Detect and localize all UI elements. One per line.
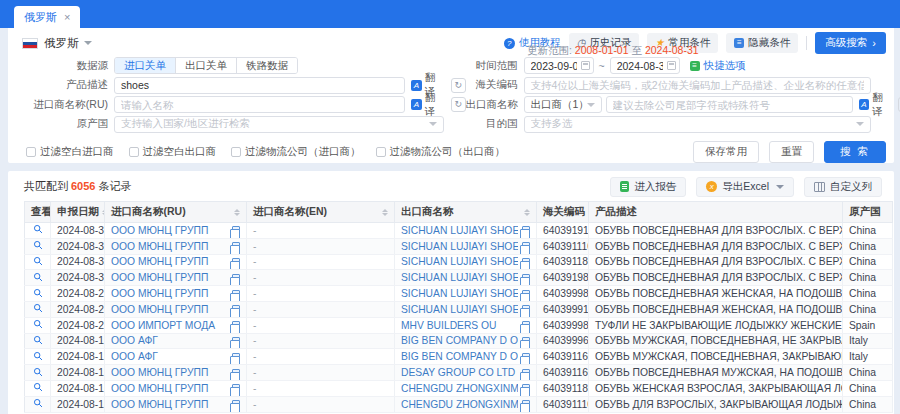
history-icon[interactable] <box>451 97 466 112</box>
view-row-button[interactable] <box>33 319 43 329</box>
hide-conditions-button[interactable]: 隐藏条件 <box>726 33 798 53</box>
view-row-button[interactable] <box>33 240 43 250</box>
translate-icon[interactable] <box>232 274 240 282</box>
exporter-link[interactable]: CHENGDU ZHONGXINMIAO TRADING C <box>401 383 518 394</box>
translate-icon[interactable] <box>522 337 530 345</box>
advanced-search-button[interactable]: 高级搜索 <box>815 32 886 54</box>
translate-icon[interactable] <box>232 226 240 234</box>
search-button[interactable]: 搜 索 <box>824 141 886 163</box>
date-start-field[interactable] <box>524 57 594 74</box>
col-declare-date[interactable]: 申报日期 <box>51 202 105 223</box>
origin-country-select[interactable]: 支持输入国家/地区进行检索 <box>114 116 444 133</box>
translate-icon[interactable] <box>232 400 240 408</box>
date-end-field[interactable] <box>610 57 680 74</box>
history-icon[interactable] <box>451 78 466 93</box>
translate-icon[interactable] <box>232 337 240 345</box>
view-row-button[interactable] <box>33 335 43 345</box>
importer-ru-link[interactable]: ООО МЮНЦ ГРУПП <box>111 241 228 252</box>
filter-logistics-exporter-checkbox[interactable]: 过滤物流公司（出口商） <box>376 145 506 159</box>
col-importer-ru[interactable]: 进口商名称(RU) <box>105 202 247 223</box>
view-row-button[interactable] <box>33 351 43 361</box>
translate-icon[interactable] <box>522 305 530 313</box>
sort-icon[interactable] <box>382 209 388 216</box>
translate-icon[interactable] <box>232 305 240 313</box>
exporter-link[interactable]: SICHUAN LUJIAYI SHOES CO LTD <box>401 241 518 252</box>
view-row-button[interactable] <box>33 367 43 377</box>
view-row-button[interactable] <box>33 272 43 282</box>
translate-icon[interactable] <box>522 242 530 250</box>
translate-icon[interactable] <box>522 353 530 361</box>
sort-icon[interactable] <box>234 209 240 216</box>
exporter-link[interactable]: BIG BEN COMPANY D O O FROM BEST T <box>401 351 518 362</box>
importer-ru-link[interactable]: ООО ИМПОРТ МОДА <box>111 320 228 331</box>
importer-ru-link[interactable]: ООО АФГ <box>111 351 228 362</box>
importer-ru-link[interactable]: ООО МЮНЦ ГРУПП <box>111 288 228 299</box>
tab-russia[interactable]: 俄罗斯 × <box>14 6 80 28</box>
importer-input[interactable] <box>114 96 405 113</box>
importer-ru-link[interactable]: ООО АФГ <box>111 335 228 346</box>
view-row-button[interactable] <box>33 224 43 234</box>
sort-icon[interactable] <box>524 209 530 216</box>
importer-ru-link[interactable]: ООО МЮНЦ ГРУПП <box>111 383 228 394</box>
view-row-button[interactable] <box>33 256 43 266</box>
translate-icon[interactable] <box>522 384 530 392</box>
exporter-input[interactable] <box>606 96 853 113</box>
translate-icon[interactable] <box>522 226 530 234</box>
view-row-button[interactable] <box>33 288 43 298</box>
importer-ru-link[interactable]: ООО МЮНЦ ГРУПП <box>111 399 228 410</box>
customize-columns-button[interactable]: 自定义列 <box>804 177 882 197</box>
exporter-link[interactable]: CHENGDU ZHONGXINMIAO TRADING C <box>401 399 518 410</box>
export-excel-button[interactable]: 导出Excel <box>696 177 794 197</box>
translate-icon[interactable] <box>522 274 530 282</box>
col-importer-en[interactable]: 进口商名称(EN) <box>247 202 395 223</box>
translate-icon[interactable] <box>522 400 530 408</box>
filter-blank-exporter-checkbox[interactable]: 过滤空白出口商 <box>129 145 217 159</box>
exporter-link[interactable]: MHV BUILDERS OU <box>401 320 518 331</box>
translate-icon[interactable] <box>232 384 240 392</box>
translate-icon[interactable] <box>232 321 240 329</box>
translate-icon[interactable] <box>232 242 240 250</box>
translate-icon[interactable] <box>522 258 530 266</box>
importer-ru-link[interactable]: ООО МЮНЦ ГРУПП <box>111 272 228 283</box>
translate-icon[interactable] <box>232 353 240 361</box>
enter-report-button[interactable]: 进入报告 <box>610 177 686 197</box>
exporter-link[interactable]: SICHUAN LUJIAYI SHOES CO LTD <box>401 304 518 315</box>
translate-button[interactable]: 翻译 <box>411 91 445 119</box>
hs-code-input[interactable] <box>524 77 871 94</box>
country-selector[interactable]: 俄罗斯 <box>44 36 79 51</box>
importer-ru-link[interactable]: ООО МЮНЦ ГРУПП <box>111 304 228 315</box>
col-exporter[interactable]: 出口商名称 <box>395 202 537 223</box>
exporter-type-select[interactable]: 出口商（1） <box>524 96 602 113</box>
tab-railway-data[interactable]: 铁路数据 <box>237 58 297 73</box>
close-icon[interactable]: × <box>64 11 70 23</box>
exporter-link[interactable]: SICHUAN LUJIAYI SHOES CO LTD <box>401 225 518 236</box>
tab-export-declarations[interactable]: 出口关单 <box>176 58 237 73</box>
translate-icon[interactable] <box>232 369 240 377</box>
view-row-button[interactable] <box>33 382 43 392</box>
translate-icon[interactable] <box>522 321 530 329</box>
save-favorite-button[interactable]: 保存常用 <box>693 141 759 163</box>
exporter-link[interactable]: BIG BEN COMPANY D O O FROM BEST T <box>401 335 518 346</box>
translate-icon[interactable] <box>232 290 240 298</box>
importer-ru-link[interactable]: ООО МЮНЦ ГРУПП <box>111 225 228 236</box>
translate-icon[interactable] <box>522 290 530 298</box>
translate-icon[interactable] <box>232 258 240 266</box>
product-desc-input[interactable] <box>114 77 405 94</box>
filter-logistics-importer-checkbox[interactable]: 过滤物流公司（进口商） <box>231 145 361 159</box>
exporter-link[interactable]: SICHUAN LUJIAYI SHOES CO LTD <box>401 256 518 267</box>
importer-ru-link[interactable]: ООО МЮНЦ ГРУПП <box>111 367 228 378</box>
translate-button[interactable]: 翻译 <box>859 91 893 119</box>
importer-ru-link[interactable]: ООО МЮНЦ ГРУПП <box>111 256 228 267</box>
view-row-button[interactable] <box>33 398 43 408</box>
translate-icon[interactable] <box>522 369 530 377</box>
view-row-button[interactable] <box>33 303 43 313</box>
tab-import-declarations[interactable]: 进口关单 <box>115 58 176 73</box>
chevron-down-icon[interactable] <box>84 41 92 45</box>
exporter-link[interactable]: SICHUAN LUJIAYI SHOES CO LTD <box>401 272 518 283</box>
filter-blank-importer-checkbox[interactable]: 过滤空白进口商 <box>26 145 114 159</box>
dest-country-select[interactable]: 支持多选 <box>524 116 871 133</box>
reset-button[interactable]: 重置 <box>769 141 814 163</box>
exporter-link[interactable]: SICHUAN LUJIAYI SHOES CO LTD <box>401 288 518 299</box>
quick-options-link[interactable]: 快捷选项 <box>690 59 746 73</box>
exporter-link[interactable]: DESAY GROUP CO LTD <box>401 367 518 378</box>
